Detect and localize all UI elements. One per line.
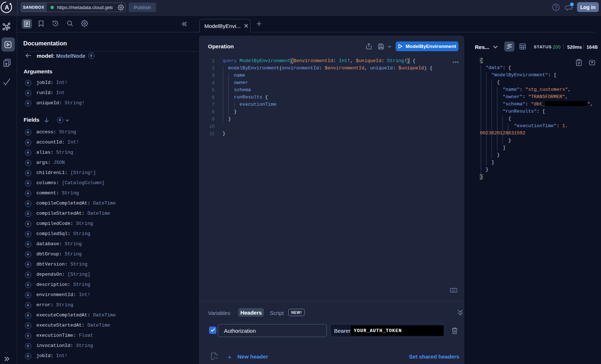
svg-text:A: A bbox=[5, 4, 9, 11]
